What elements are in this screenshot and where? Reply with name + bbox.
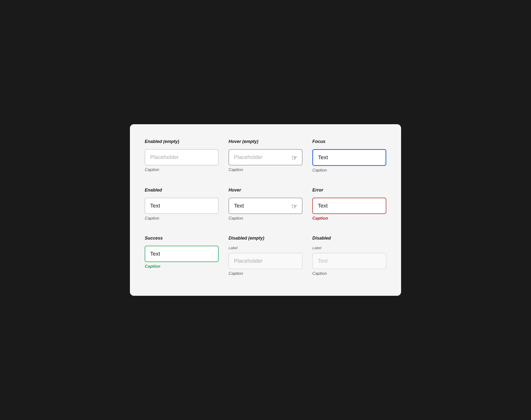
input-enabled-filled[interactable] (145, 198, 219, 214)
caption-disabled-filled: Caption (312, 271, 386, 276)
states-grid: Enabled (empty)CaptionHover (empty)☞Capt… (145, 139, 386, 276)
input-success[interactable] (145, 246, 219, 262)
state-label-enabled-empty: Enabled (empty) (145, 139, 219, 144)
input-disabled-filled[interactable] (312, 253, 386, 269)
state-label-disabled-empty: Disabled (empty) (229, 236, 302, 241)
caption-success: Caption (145, 264, 219, 269)
sub-label-disabled-filled: Label (312, 246, 386, 250)
input-hover-empty[interactable] (229, 149, 302, 165)
cell-enabled-empty: Enabled (empty)Caption (145, 139, 219, 173)
cell-disabled-empty: Disabled (empty)LabelCaption (229, 236, 302, 276)
input-hover-filled[interactable] (229, 198, 302, 214)
input-wrapper-hover-empty: ☞ (229, 149, 302, 165)
caption-hover-filled: Caption (229, 216, 302, 221)
main-container: Enabled (empty)CaptionHover (empty)☞Capt… (130, 124, 401, 296)
state-label-error: Error (312, 188, 386, 193)
input-focus[interactable] (312, 149, 386, 166)
caption-enabled-empty: Caption (145, 167, 219, 172)
cell-focus: FocusCaption (312, 139, 386, 173)
input-error[interactable] (312, 198, 386, 214)
cell-disabled-filled: DisabledLabelCaption (312, 236, 386, 276)
cell-hover-filled: Hover☞Caption (229, 188, 302, 221)
caption-disabled-empty: Caption (229, 271, 302, 276)
state-label-hover-filled: Hover (229, 188, 302, 193)
input-wrapper-success (145, 246, 219, 262)
input-wrapper-enabled-filled (145, 198, 219, 214)
state-label-enabled-filled: Enabled (145, 188, 219, 193)
cell-success: SuccessCaption (145, 236, 219, 276)
input-disabled-empty[interactable] (229, 253, 302, 269)
input-wrapper-disabled-filled (312, 253, 386, 269)
input-enabled-empty[interactable] (145, 149, 219, 165)
input-wrapper-disabled-empty (229, 253, 302, 269)
sub-label-disabled-empty: Label (229, 246, 302, 250)
input-wrapper-hover-filled: ☞ (229, 198, 302, 214)
caption-error: Caption (312, 216, 386, 221)
cell-hover-empty: Hover (empty)☞Caption (229, 139, 302, 173)
state-label-focus: Focus (312, 139, 386, 144)
cell-enabled-filled: EnabledCaption (145, 188, 219, 221)
cell-error: ErrorCaption (312, 188, 386, 221)
state-label-disabled-filled: Disabled (312, 236, 386, 241)
caption-enabled-filled: Caption (145, 216, 219, 221)
state-label-success: Success (145, 236, 219, 241)
input-wrapper-error (312, 198, 386, 214)
caption-focus: Caption (312, 168, 386, 173)
caption-hover-empty: Caption (229, 167, 302, 172)
input-wrapper-enabled-empty (145, 149, 219, 165)
input-wrapper-focus (312, 149, 386, 166)
state-label-hover-empty: Hover (empty) (229, 139, 302, 144)
